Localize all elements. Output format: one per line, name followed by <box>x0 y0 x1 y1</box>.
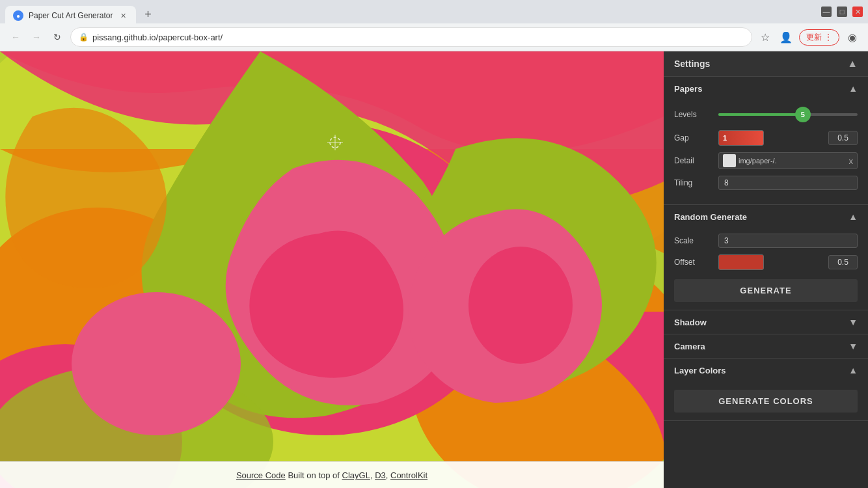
title-bar: ● Paper Cut Art Generator ✕ + — □ ✕ <box>0 0 868 23</box>
tab-favicon: ● <box>13 10 23 21</box>
generate-button[interactable]: GENERATE <box>674 279 858 302</box>
footer-bar: Source Code Built on top of ClayGL, D3, … <box>0 461 664 488</box>
tab-close-button[interactable]: ✕ <box>118 10 128 21</box>
gap-label: Gap <box>674 133 713 142</box>
levels-knob[interactable]: 5 <box>795 107 811 122</box>
shadow-section-title: Shadow <box>674 318 707 327</box>
detail-file-wrapper[interactable]: img/paper-/. x <box>718 152 858 169</box>
main-area: Source Code Built on top of ClayGL, D3, … <box>0 51 868 488</box>
scale-control <box>718 234 858 248</box>
lock-icon: 🔒 <box>79 33 88 42</box>
gap-number-input[interactable] <box>828 131 858 145</box>
detail-filename: img/paper-/. <box>739 157 847 165</box>
tab-title: Paper Cut Art Generator <box>29 11 113 20</box>
canvas-area: Source Code Built on top of ClayGL, D3, … <box>0 51 664 488</box>
tiling-label: Tiling <box>674 178 713 187</box>
claygl-link[interactable]: ClayGL <box>342 470 370 480</box>
back-button[interactable]: ← <box>8 29 23 45</box>
gap-color-wrapper: 1 <box>718 130 824 146</box>
svg-point-9 <box>72 292 241 435</box>
camera-section: Camera ▼ <box>664 334 868 359</box>
gap-field-row: Gap 1 <box>674 130 858 146</box>
source-code-link[interactable]: Source Code <box>236 470 286 480</box>
scale-field-row: Scale <box>674 234 858 248</box>
detail-field-row: Detail img/paper-/. x <box>674 152 858 169</box>
shadow-section: Shadow ▼ <box>664 310 868 334</box>
offset-color-wrapper <box>718 254 824 270</box>
papers-section-header[interactable]: Papers ▲ <box>664 77 868 100</box>
shadow-section-header[interactable]: Shadow ▼ <box>664 310 868 334</box>
new-tab-button[interactable]: + <box>139 5 157 23</box>
random-generate-arrow-icon: ▲ <box>848 211 858 222</box>
papers-section-title: Papers <box>674 84 702 94</box>
scale-input[interactable] <box>718 234 858 248</box>
extensions-icon[interactable]: ◉ <box>845 29 860 45</box>
tiling-field-row: Tiling <box>674 176 858 190</box>
detail-remove-button[interactable]: x <box>849 156 854 166</box>
shadow-arrow-icon: ▼ <box>848 317 858 327</box>
camera-section-header[interactable]: Camera ▼ <box>664 334 868 358</box>
detail-control: img/paper-/. x <box>718 152 858 169</box>
settings-collapse-button[interactable]: ▲ <box>847 58 858 70</box>
random-generate-section: Random Generate ▲ Scale Offset <box>664 205 868 310</box>
layer-colors-title: Layer Colors <box>674 366 726 375</box>
scale-label: Scale <box>674 236 713 245</box>
maximize-button[interactable]: □ <box>837 7 847 17</box>
window-controls: — □ ✕ <box>821 7 863 17</box>
active-tab[interactable]: ● Paper Cut Art Generator ✕ <box>5 6 136 25</box>
tiling-input[interactable] <box>718 176 858 190</box>
levels-fill <box>718 113 802 116</box>
tab-area: ● Paper Cut Art Generator ✕ + <box>5 0 813 23</box>
offset-label: Offset <box>674 258 713 267</box>
svg-point-10 <box>468 247 573 364</box>
offset-number-input[interactable] <box>828 255 858 269</box>
tiling-control <box>718 176 858 190</box>
random-generate-title: Random Generate <box>674 212 747 222</box>
address-bar: ← → ↻ 🔒 pissang.github.io/papercut-box-a… <box>0 23 868 51</box>
browser-chrome: ● Paper Cut Art Generator ✕ + — □ ✕ ← → … <box>0 0 868 51</box>
levels-field-row: Levels 5 <box>674 105 858 124</box>
camera-arrow-icon: ▼ <box>848 341 858 351</box>
offset-color-swatch[interactable] <box>718 254 764 270</box>
account-icon[interactable]: 👤 <box>778 29 794 45</box>
offset-control <box>718 254 858 270</box>
levels-control: 5 <box>718 105 858 124</box>
settings-header: Settings ▲ <box>664 51 868 77</box>
papers-section-body: Levels 5 Gap <box>664 100 868 204</box>
forward-button[interactable]: → <box>29 29 44 45</box>
bookmark-icon[interactable]: ☆ <box>757 29 773 45</box>
footer-text: Source Code Built on top of ClayGL, D3, … <box>236 470 427 480</box>
gap-color-swatch[interactable]: 1 <box>718 130 764 146</box>
d3-link[interactable]: D3 <box>375 470 386 480</box>
layer-colors-section: Layer Colors ▲ GENERATE COLORS <box>664 359 868 421</box>
detail-thumbnail <box>723 154 736 167</box>
papers-arrow-icon: ▲ <box>848 83 858 94</box>
update-button[interactable]: 更新 ⋮ <box>799 29 839 46</box>
random-generate-body: Scale Offset GENERATE <box>664 228 868 310</box>
url-text: pissang.github.io/papercut-box-art/ <box>92 33 744 42</box>
close-button[interactable]: ✕ <box>852 7 863 17</box>
gap-control: 1 <box>718 130 858 146</box>
art-canvas <box>0 51 664 488</box>
layer-colors-header[interactable]: Layer Colors ▲ <box>664 359 868 382</box>
detail-label: Detail <box>674 156 713 165</box>
papers-section: Papers ▲ Levels 5 <box>664 77 868 205</box>
settings-panel: Settings ▲ Papers ▲ Levels <box>664 51 868 488</box>
levels-track: 5 <box>718 113 858 116</box>
camera-section-title: Camera <box>674 342 705 351</box>
refresh-button[interactable]: ↻ <box>49 29 65 45</box>
random-generate-header[interactable]: Random Generate ▲ <box>664 205 868 228</box>
generate-colors-button[interactable]: GENERATE COLORS <box>674 390 858 413</box>
controlkit-link[interactable]: ControlKit <box>390 470 427 480</box>
toolbar-right: ☆ 👤 更新 ⋮ ◉ <box>757 29 860 46</box>
layer-colors-arrow-icon: ▲ <box>848 365 858 375</box>
settings-title: Settings <box>674 59 710 69</box>
levels-label: Levels <box>674 110 713 119</box>
minimize-button[interactable]: — <box>821 7 832 17</box>
url-bar[interactable]: 🔒 pissang.github.io/papercut-box-art/ <box>70 27 752 47</box>
offset-field-row: Offset <box>674 254 858 270</box>
levels-slider[interactable]: 5 <box>718 105 858 124</box>
